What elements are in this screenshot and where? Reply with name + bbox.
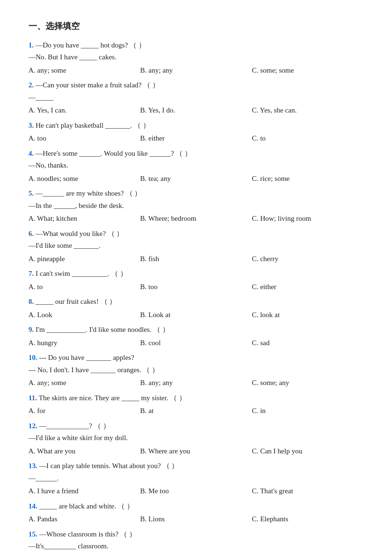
question-number: 4. xyxy=(28,150,36,157)
question-number: 15. xyxy=(28,530,39,538)
question-block: 15. —Whose classroom is this? （ ）—It's__… xyxy=(28,528,364,555)
options-row: A. PandasB. LionsC. Elephants xyxy=(28,513,364,526)
question-number: 7. xyxy=(28,270,36,277)
options-row: A. noodles; someB. tea; anyC. rice; some xyxy=(28,173,364,185)
option-item: A. What are you xyxy=(28,445,140,458)
option-item: A. What; kitchen xyxy=(28,213,140,225)
section-title: 一、选择填空 xyxy=(28,19,364,34)
option-item: A. any; some xyxy=(28,377,140,389)
option-item: B. us xyxy=(140,554,252,555)
option-item: C. our xyxy=(252,554,364,555)
option-item: A. hungry xyxy=(28,337,140,349)
option-item: B. Look at xyxy=(140,309,252,321)
option-item: B. fish xyxy=(140,253,252,265)
question-number: 1. xyxy=(28,41,36,49)
question-line: 11. The skirts are nice. They are _____ … xyxy=(28,392,364,404)
question-block: 4. —Here's some ______. Would you like _… xyxy=(28,148,364,185)
options-row: A. any; someB. any; anyC. some; some xyxy=(28,65,364,77)
option-item: C. some; any xyxy=(252,377,364,389)
option-item: A. Pandas xyxy=(28,513,140,526)
question-line: —______. xyxy=(28,472,364,485)
question-block: 7. I can't swim __________. （ ）A. toB. t… xyxy=(28,268,364,293)
question-line: 8. _____ our fruit cakes! （ ） xyxy=(28,296,364,308)
question-block: 8. _____ our fruit cakes! （ ）A. LookB. L… xyxy=(28,296,364,321)
option-item: A. noodles; some xyxy=(28,173,140,185)
option-item: A. too xyxy=(28,132,140,145)
option-item: B. tea; any xyxy=(140,173,252,185)
question-block: 1. —Do you have _____ hot dogs? （ ）—No. … xyxy=(28,39,364,77)
question-block: 6. —What would you like? （ ）—I'd like so… xyxy=(28,228,364,265)
question-line: 1. —Do you have _____ hot dogs? （ ） xyxy=(28,39,364,52)
option-item: B. Yes, I do. xyxy=(140,104,252,117)
option-item: A. pineapple xyxy=(28,253,140,265)
options-row: A. What are youB. Where are youC. Can I … xyxy=(28,445,364,458)
question-line: 4. —Here's some ______. Would you like _… xyxy=(28,148,364,160)
option-item: C. sad xyxy=(252,337,364,349)
question-line: 12. —____________? （ ） xyxy=(28,420,364,433)
option-item: C. in xyxy=(252,405,364,417)
question-block: 13. —I can play table tennis. What about… xyxy=(28,460,364,498)
option-item: C. How; living room xyxy=(252,213,364,225)
option-item: A. Look xyxy=(28,309,140,321)
question-line: —No, thanks. xyxy=(28,160,364,172)
options-row: A. weB. usC. our xyxy=(28,554,364,555)
option-item: C. cherry xyxy=(252,253,364,265)
question-line: 3. He can't play basketball _______. （ ） xyxy=(28,120,364,132)
option-item: C. Can I help you xyxy=(252,445,364,458)
question-number: 14. xyxy=(28,502,39,510)
question-block: 10. --- Do you have _______ apples?--- N… xyxy=(28,352,364,389)
question-line: —I'd like a white skirt for my doll. xyxy=(28,432,364,444)
options-row: A. tooB. eitherC. to xyxy=(28,132,364,145)
option-item: B. either xyxy=(140,132,252,145)
question-number: 10. xyxy=(28,354,39,361)
question-number: 3. xyxy=(28,122,36,129)
option-item: C. some; some xyxy=(252,65,364,77)
question-block: 12. —____________? （ ）—I'd like a white … xyxy=(28,420,364,458)
option-item: C. Elephants xyxy=(252,513,364,526)
options-row: A. What; kitchenB. Where; bedroomC. How;… xyxy=(28,213,364,225)
option-item: A. Yes, I can. xyxy=(28,104,140,117)
options-row: A. any; someB. any; anyC. some; any xyxy=(28,377,364,389)
options-row: A. hungryB. coolC. sad xyxy=(28,337,364,349)
question-block: 5. —______ are my white shoes? （ ）—In th… xyxy=(28,188,364,225)
question-number: 13. xyxy=(28,462,39,470)
options-row: A. forB. atC. in xyxy=(28,405,364,417)
option-item: B. any; any xyxy=(140,377,252,389)
option-item: C. Yes, she can. xyxy=(252,104,364,117)
options-row: A. I have a friendB. Me tooC. That's gre… xyxy=(28,485,364,498)
question-number: 12. xyxy=(28,422,39,430)
option-item: B. too xyxy=(140,281,252,293)
option-item: A. I have a friend xyxy=(28,485,140,498)
option-item: C. rice; some xyxy=(252,173,364,185)
question-line: —In the ______, beside the desk. xyxy=(28,200,364,212)
question-line: 7. I can't swim __________. （ ） xyxy=(28,268,364,280)
question-line: 9. I'm ___________. I'd like some noodle… xyxy=(28,324,364,336)
question-number: 8. xyxy=(28,298,36,305)
option-item: B. Where are you xyxy=(140,445,252,458)
options-row: A. Yes, I can.B. Yes, I do.C. Yes, she c… xyxy=(28,104,364,117)
question-line: 10. --- Do you have _______ apples? xyxy=(28,352,364,364)
option-item: B. cool xyxy=(140,337,252,349)
question-block: 11. The skirts are nice. They are _____ … xyxy=(28,392,364,417)
option-item: A. to xyxy=(28,281,140,293)
option-item: A. any; some xyxy=(28,65,140,77)
question-line: --- No, I don't. I have _______ oranges.… xyxy=(28,364,364,376)
question-line: 2. —Can your sister make a fruit salad? … xyxy=(28,79,364,92)
question-line: 13. —I can play table tennis. What about… xyxy=(28,460,364,472)
option-item: C. to xyxy=(252,132,364,145)
question-number: 6. xyxy=(28,230,36,237)
question-line: 6. —What would you like? （ ） xyxy=(28,228,364,240)
options-row: A. pineappleB. fishC. cherry xyxy=(28,253,364,265)
question-number: 11. xyxy=(28,394,39,402)
question-block: 14. _____ are black and white. （ ）A. Pan… xyxy=(28,500,364,526)
question-block: 9. I'm ___________. I'd like some noodle… xyxy=(28,324,364,349)
question-block: 3. He can't play basketball _______. （ ）… xyxy=(28,120,364,145)
options-row: A. LookB. Look atC. look at xyxy=(28,309,364,321)
options-row: A. toB. tooC. either xyxy=(28,281,364,293)
option-item: C. either xyxy=(252,281,364,293)
option-item: C. That's great xyxy=(252,485,364,498)
option-item: B. any; any xyxy=(140,65,252,77)
question-line: 14. _____ are black and white. （ ） xyxy=(28,500,364,513)
question-line: —I'd like some _______. xyxy=(28,240,364,252)
question-line: —It's_________ classroom. xyxy=(28,540,364,553)
